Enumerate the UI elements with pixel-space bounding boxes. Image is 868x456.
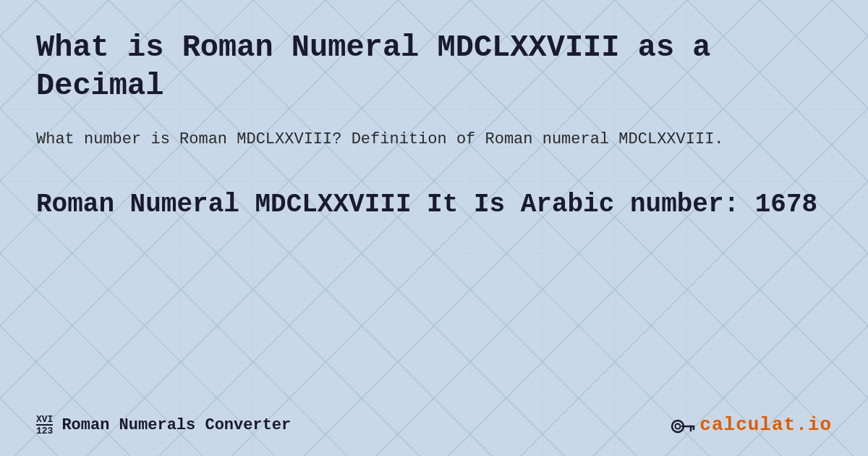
calculat-text: calculat.io bbox=[699, 414, 832, 436]
footer: XVI 123 Roman Numerals Converter calcula… bbox=[36, 412, 832, 438]
page-title: What is Roman Numeral MDCLXXVIII as a De… bbox=[36, 29, 832, 105]
description-text: What number is Roman MDCLXXVIII? Definit… bbox=[36, 127, 832, 152]
roman-numeral-icon: XVI 123 bbox=[36, 415, 53, 436]
footer-left: XVI 123 Roman Numerals Converter bbox=[36, 415, 291, 436]
brand-label: Roman Numerals Converter bbox=[61, 416, 291, 434]
roman-icon-bottom: 123 bbox=[36, 424, 53, 436]
calculat-icon bbox=[669, 412, 695, 438]
calculat-logo[interactable]: calculat.io bbox=[669, 412, 832, 438]
result-title: Roman Numeral MDCLXXVIII It Is Arabic nu… bbox=[36, 188, 832, 222]
roman-icon-top: XVI bbox=[36, 415, 53, 424]
svg-point-8 bbox=[676, 424, 681, 429]
result-section: Roman Numeral MDCLXXVIII It Is Arabic nu… bbox=[36, 188, 832, 222]
